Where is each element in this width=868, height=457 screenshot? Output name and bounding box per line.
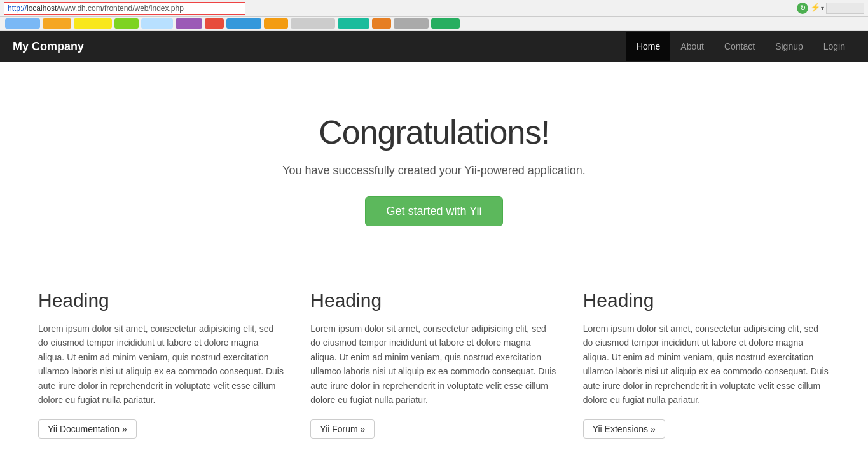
column-2-body: Lorem ipsum dolor sit amet, consectetur … xyxy=(310,322,557,407)
browser-action-icons: ↻ ⚡ ▾ xyxy=(797,3,864,14)
dropdown-arrow-icon[interactable]: ▾ xyxy=(821,4,824,11)
content-section: Heading Lorem ipsum dolor sit amet, cons… xyxy=(0,264,868,457)
content-grid: Heading Lorem ipsum dolor sit amet, cons… xyxy=(38,290,830,439)
nav-item-about: About xyxy=(670,32,714,61)
bookmark-12[interactable] xyxy=(372,18,391,29)
bookmark-9[interactable] xyxy=(264,18,288,29)
hero-section: Congratulations! You have successfully c… xyxy=(0,62,868,264)
navbar-brand[interactable]: My Company xyxy=(13,40,84,53)
bookmark-14[interactable] xyxy=(431,18,460,29)
url-host: localhost xyxy=(27,4,57,13)
nav-link-home[interactable]: Home xyxy=(626,32,670,61)
nav-link-contact[interactable]: Contact xyxy=(714,32,765,61)
bookmark-10[interactable] xyxy=(291,18,335,29)
bookmark-5[interactable] xyxy=(141,18,173,29)
navbar-nav: Home About Contact Signup Login xyxy=(626,32,855,61)
lightning-icon: ⚡ xyxy=(810,3,819,14)
column-3-link[interactable]: Yii Extensions » xyxy=(583,419,665,439)
bookmark-4[interactable] xyxy=(114,18,139,29)
column-1-body: Lorem ipsum dolor sit amet, consectetur … xyxy=(38,322,285,407)
nav-link-login[interactable]: Login xyxy=(813,32,855,61)
column-3-body: Lorem ipsum dolor sit amet, consectetur … xyxy=(583,322,830,407)
column-2: Heading Lorem ipsum dolor sit amet, cons… xyxy=(310,290,557,439)
hero-subtitle: You have successfully created your Yii-p… xyxy=(13,164,855,177)
nav-item-contact: Contact xyxy=(714,32,765,61)
nav-item-login: Login xyxy=(813,32,855,61)
column-1: Heading Lorem ipsum dolor sit amet, cons… xyxy=(38,290,285,439)
url-field[interactable]: http://localhost/www.dh.com/frontend/web… xyxy=(4,2,245,15)
navbar: My Company Home About Contact Signup Log… xyxy=(0,31,868,62)
hero-title: Congratulations! xyxy=(13,113,855,151)
bookmark-6[interactable] xyxy=(176,18,202,29)
bookmark-2[interactable] xyxy=(43,18,71,29)
bookmark-11[interactable] xyxy=(338,18,369,29)
nav-link-signup[interactable]: Signup xyxy=(765,32,813,61)
nav-link-about[interactable]: About xyxy=(670,32,714,61)
column-3: Heading Lorem ipsum dolor sit amet, cons… xyxy=(583,290,830,439)
bookmark-8[interactable] xyxy=(226,18,261,29)
column-1-heading: Heading xyxy=(38,290,285,311)
url-protocol: http:// xyxy=(8,4,27,13)
reload-icon[interactable]: ↻ xyxy=(797,3,808,14)
bookmark-7[interactable] xyxy=(205,18,224,29)
browser-address-bar: http://localhost/www.dh.com/frontend/web… xyxy=(0,0,868,17)
column-2-heading: Heading xyxy=(310,290,557,311)
cta-button[interactable]: Get started with Yii xyxy=(365,196,502,226)
column-3-heading: Heading xyxy=(583,290,830,311)
page-thumbnail xyxy=(826,3,864,14)
column-2-link[interactable]: Yii Forum » xyxy=(310,419,375,439)
column-1-link[interactable]: Yii Documentation » xyxy=(38,419,137,439)
url-path: /www.dh.com/frontend/web/index.php xyxy=(57,4,183,13)
nav-item-home: Home xyxy=(626,32,670,61)
bookmarks-bar xyxy=(0,17,868,31)
bookmark-1[interactable] xyxy=(5,18,40,29)
nav-item-signup: Signup xyxy=(765,32,813,61)
bookmark-13[interactable] xyxy=(394,18,429,29)
bookmark-3[interactable] xyxy=(74,18,112,29)
